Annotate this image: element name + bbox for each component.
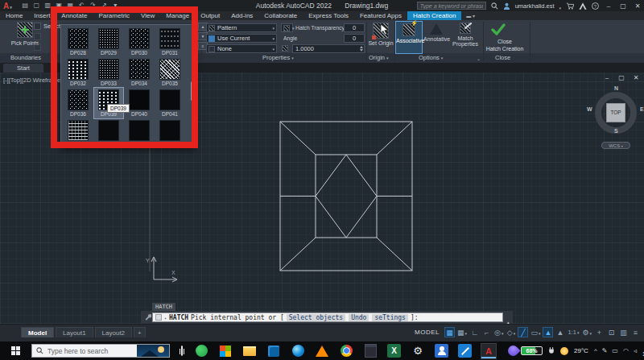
remove-boundary-button[interactable] [34,33,41,40]
snap-mode-icon[interactable]: ▦ [456,327,468,337]
qat-dropdown-icon[interactable]: ▾ [110,0,121,11]
paint3d-icon[interactable] [505,343,521,359]
wcs-dropdown[interactable]: WCS [601,142,630,149]
hatch-transparency-value[interactable]: 0 [344,23,365,32]
menu-tab-featured-apps[interactable]: Featured Apps [354,11,407,20]
viewcube-west[interactable]: W [587,106,592,112]
hatch-pattern-dp030[interactable]: DP030 [125,27,154,57]
viewport-controls-label[interactable]: [-][Top][2D Wireframe] [3,77,62,84]
search-icon[interactable] [491,2,498,10]
vlc-icon[interactable] [314,343,330,359]
autodesk-a-icon[interactable] [579,2,587,10]
menu-tab-insert[interactable]: Insert [28,11,56,20]
close-button[interactable] [633,2,642,10]
settings-icon[interactable]: ⚙ [410,343,426,359]
menu-tab-manage[interactable]: Manage [160,11,195,20]
ortho-mode-icon[interactable]: ⌐ [481,327,492,337]
cart-icon[interactable] [566,2,574,10]
hatch-pattern-dp035[interactable]: DP035 [155,57,184,88]
viewport-restore-button[interactable] [617,74,626,81]
select-boundary-button[interactable]: Select [34,23,60,30]
object-snap-icon[interactable]: ▭ [530,327,541,337]
photos-app-icon[interactable] [458,344,472,358]
hatch-pattern-dp040[interactable]: DP040 [125,88,154,118]
command-option-settings[interactable]: seTtings [372,314,408,321]
command-input-bar[interactable]: HATCH Pick internal point or [ Select ob… [152,312,503,322]
edge-icon[interactable] [290,343,306,359]
background-color-dropdown[interactable]: None [206,44,277,53]
menu-tab-hatch-creation[interactable]: Hatch Creation [407,11,461,20]
tray-expand-icon[interactable]: ^ [594,347,597,354]
dialog-launcher-icon[interactable] [477,56,481,61]
autocad-logo-icon[interactable]: A [3,2,12,10]
match-properties-button[interactable]: Match Properties [450,21,481,54]
calculator-icon[interactable] [362,343,378,359]
keyword-search-input[interactable] [417,2,486,10]
viewport-minimize-button[interactable] [602,74,612,81]
new-file-icon[interactable]: ▢ [31,0,42,11]
command-option-undo[interactable]: Undo [349,314,369,321]
scale-value[interactable]: 1.0000 [292,44,365,53]
whatsapp-icon[interactable] [193,343,209,359]
save-icon[interactable]: ▣ [54,0,64,11]
menu-tab-annotate[interactable]: Annotate [56,11,93,20]
viewcube-east[interactable]: E [640,106,644,112]
isometric-drafting-icon[interactable]: ◇ [506,327,516,337]
autocad-icon[interactable]: A [481,343,497,359]
menu-tab-express-tools[interactable]: Express Tools [303,11,354,20]
task-view-icon[interactable] [181,346,183,356]
hatch-pattern-dp043[interactable]: DP043 [94,118,123,149]
temperature-label[interactable]: 29°C [574,347,588,354]
graphics-performance-icon[interactable]: ▥ [618,327,629,337]
annotative-button[interactable]: Annotative [423,21,449,54]
restore-button[interactable] [618,2,628,10]
minimize-button[interactable] [604,2,613,10]
transparency-type-button[interactable] [281,23,293,32]
snip-icon[interactable]: ▭ [612,347,618,354]
boundaries-panel-label[interactable]: Boundaries [10,54,41,61]
recreate-boundary-button[interactable] [34,43,41,51]
new-layout-button[interactable]: + [134,327,146,337]
menu-tab-view[interactable]: View [135,11,160,20]
hatch-type-dropdown[interactable]: Pattern [206,23,277,32]
gallery-resize-grip[interactable] [189,141,194,146]
hatch-pattern-dp042[interactable]: DP042 [64,118,93,149]
undo-icon[interactable]: ↶ [76,0,87,11]
menu-tab-add-ins[interactable]: Add-ins [225,11,258,20]
outlook-icon[interactable] [266,343,282,359]
hatch-pattern-dp044[interactable]: DP044 [125,118,154,149]
menu-tab-parametric[interactable]: Parametric [93,11,135,20]
ribbon-display-toggle-icon[interactable] [466,11,475,20]
volume-icon[interactable]: ◃ [634,347,637,354]
infer-constraints-icon[interactable]: ∟ [469,327,480,337]
start-tab[interactable]: Start [3,64,43,72]
excel-icon[interactable]: X [387,344,401,358]
square-drawing[interactable] [280,122,412,271]
layout-tab-layout2[interactable]: Layout2 [95,327,132,337]
viewcube-south[interactable]: S [614,128,618,134]
hatch-pattern-dp029[interactable]: DP029 [94,27,123,57]
recent-commands-icon[interactable] [155,314,162,321]
annotation-monitor-icon[interactable]: + [594,327,605,337]
menu-tab-collaborate[interactable]: Collaborate [258,11,303,20]
hatch-pattern-dp039[interactable]: DP039 [94,88,123,118]
close-hatch-creation-button[interactable]: Close Hatch Creation [481,38,528,52]
search-highlight-image[interactable] [137,345,169,357]
viewcube-north[interactable]: N [614,85,618,91]
properties-panel-label[interactable]: Properties [262,54,294,61]
viewcube-top-face[interactable]: TOP [606,103,625,122]
taskbar-search[interactable] [31,344,170,358]
people-app-icon[interactable] [435,344,448,358]
angle-value[interactable]: 0 [344,34,365,43]
object-snap-tracking-icon[interactable]: ╱ [518,327,528,337]
hatch-pattern-dp034[interactable]: DP034 [125,57,154,88]
chevron-down-icon[interactable] [164,314,167,321]
battery-indicator[interactable]: 68% [521,346,543,355]
hatch-pattern-dp036[interactable]: DP036 [64,88,93,118]
hatch-pattern-dp032[interactable]: DP032 [64,57,93,88]
weather-sun-icon[interactable] [560,347,568,355]
options-panel-label[interactable]: Options [419,54,443,61]
viewport-close-button[interactable] [631,74,641,81]
origin-panel-label[interactable]: Origin [369,54,389,61]
autoscale-icon[interactable]: ▲ [555,327,565,337]
